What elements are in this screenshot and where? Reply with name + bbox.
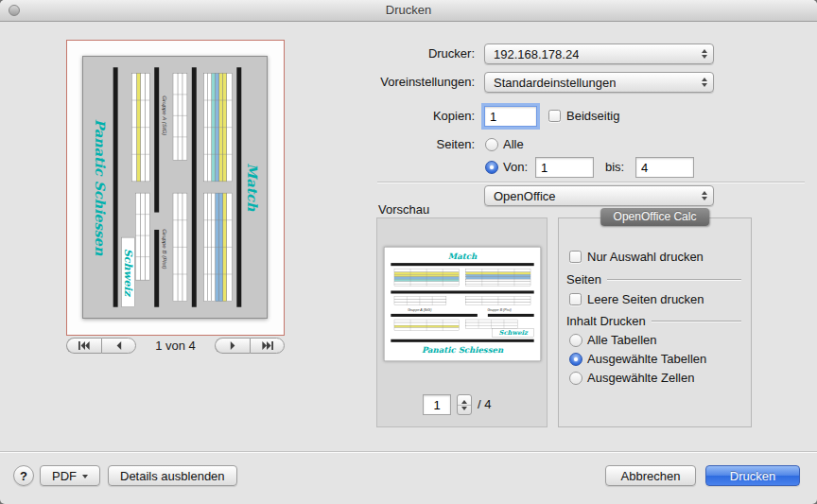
pager-status: 1 von 4 [136,339,215,353]
next-page-button[interactable] [215,338,250,354]
pages-group-header: Seiten [566,269,741,289]
page-preview-small: Match [384,247,541,361]
all-tables-radio[interactable] [569,334,582,347]
footer-separator [0,451,817,452]
selected-cells-radio[interactable] [569,372,582,385]
preview-subtitle-text: Panatic Schiessen [93,119,108,256]
spreadsheet-preview-page: Match [384,247,541,361]
previous-page-icon [113,341,125,350]
preview-group-a-text: Gruppe A (StG) [408,308,431,312]
pages-label: Seiten: [318,134,475,155]
duplex-checkbox[interactable] [548,110,561,122]
pages-from-label: Von: [503,157,528,178]
selected-tables-radio[interactable] [569,353,582,366]
last-page-button[interactable] [250,338,285,354]
presets-popup[interactable]: Standardeinstellungen [484,72,714,93]
close-button[interactable] [9,5,20,16]
all-tables-label: Alle Tabellen [587,330,656,351]
popup-arrows-icon [702,49,707,59]
preview-schweiz-text: Schweiz [122,249,134,298]
group-divider [652,321,741,322]
calc-options-panel: OpenOffice Calc Nur Auswahl drucken Seit… [558,217,752,427]
app-section-popup-value: OpenOffice [494,189,556,203]
preview-panel: Match [376,217,548,427]
pdf-button-label: PDF [52,469,77,483]
empty-pages-checkbox[interactable] [569,293,582,305]
printer-popup-value: 192.168.178.24 [494,47,579,61]
pdf-menu-arrow-icon [82,475,88,478]
help-button[interactable]: ? [13,465,34,486]
preview-group-a-text: Gruppe A (StG) [162,96,167,135]
preview-match-text: Match [245,164,260,213]
pages-all-label: Alle [503,134,524,155]
last-page-icon [262,341,273,350]
page-stepper[interactable] [457,394,472,415]
presets-popup-value: Standardeinstellungen [494,76,616,90]
stepper-divider [458,405,471,406]
pages-all-radio[interactable] [485,138,498,151]
first-page-icon [78,341,90,350]
printer-popup[interactable]: 192.168.178.24 [484,43,714,64]
stepper-down-icon [461,407,467,410]
copies-input[interactable] [484,106,537,127]
selection-only-checkbox[interactable] [569,251,582,263]
page-total-label: / 4 [478,394,491,415]
page-preview-frame: Match [66,40,285,336]
selection-only-label: Nur Auswahl drucken [587,247,704,268]
previous-page-button[interactable] [101,338,136,354]
group-divider [607,279,741,280]
content-group-label: Inhalt Drucken [566,314,646,328]
pdf-button[interactable]: PDF [40,465,100,486]
preview-group-b-text: Gruppe B (Pist) [162,229,167,269]
section-separator [377,182,805,182]
empty-pages-label: Leere Seiten drucken [587,289,704,310]
content-group-header: Inhalt Drucken [566,310,741,331]
preview-group-b-text: Gruppe B (Pist) [487,308,511,312]
stepper-up-icon [461,400,467,404]
selected-tables-label: Ausgewählte Tabellen [587,349,706,370]
cancel-button[interactable]: Abbrechen [605,465,696,486]
pages-group-label: Seiten [566,272,601,287]
print-button[interactable]: Drucken [705,465,800,486]
pages-to-input[interactable] [635,157,694,178]
preview-pager: 1 von 4 [66,338,285,354]
preview-section-title: Vorschau [378,202,429,217]
pages-from-radio[interactable] [485,161,498,174]
preview-subtitle-text: Panatic Schiessen [422,345,504,355]
popup-arrows-icon [702,78,707,87]
duplex-label: Beidseitig [566,106,619,127]
first-page-button[interactable] [66,338,101,354]
copies-label: Kopien: [318,106,475,127]
selected-cells-label: Ausgewählte Zellen [587,368,694,389]
printer-label: Drucker: [318,43,475,64]
page-preview-large: Match [82,56,268,319]
preview-schweiz-text: Schweiz [499,329,529,337]
preview-match-text: Match [448,252,478,261]
app-section-popup[interactable]: OpenOffice [484,185,714,206]
page-number-input[interactable] [423,394,451,415]
presets-label: Voreinstellungen: [318,72,475,93]
calc-panel-title: OpenOffice Calc [600,208,710,226]
window-title: Drucken [0,0,817,21]
pages-to-label: bis: [605,157,624,178]
titlebar: Drucken [0,0,817,22]
details-toggle-button[interactable]: Details ausblenden [108,465,237,486]
popup-arrows-icon [702,191,707,200]
print-dialog-window: Drucken Match [0,0,817,504]
pages-from-input[interactable] [535,157,594,178]
next-page-icon [227,341,238,350]
spreadsheet-preview-page: Match [82,56,268,319]
